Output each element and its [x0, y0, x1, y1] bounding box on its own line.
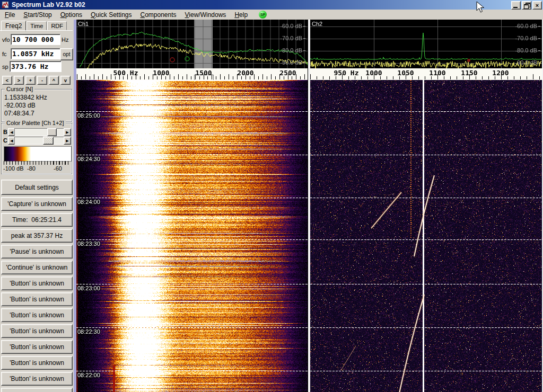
minimize-icon — [513, 7, 518, 8]
menu-quick-settings[interactable]: Quick Settings — [87, 11, 135, 19]
nav-button-2[interactable]: + — [25, 76, 36, 85]
db-label: -80.0 dB — [515, 48, 540, 54]
freq-tick-label: 950 Hz — [334, 69, 359, 77]
titlebar-buttons: × — [511, 1, 542, 10]
freq-tick-label: 1100 — [429, 69, 445, 77]
titlebar: Spectrum Lab V2.92 b02 × — [0, 0, 543, 10]
window-title: Spectrum Lab V2.92 b02 — [12, 1, 85, 9]
brightness-right-arrow[interactable]: ▶ — [64, 128, 71, 136]
sidebar-button-column: Default settings'Capture' is unknownTime… — [1, 180, 73, 392]
sidebar: Freq2TimeRDF vfo Hz fc opt sp <>+-^v Cur… — [0, 20, 74, 392]
prog-2-button[interactable]: 'Button' is unknown — [1, 292, 73, 306]
minimize-button[interactable] — [511, 1, 521, 10]
freq-tick-label: 1200 — [492, 69, 509, 77]
ch2-label: Ch2 — [312, 21, 322, 27]
prog-6-button[interactable]: 'Button' is unknown — [1, 356, 73, 370]
menu-start-stop[interactable]: Start/Stop — [20, 11, 55, 19]
continue-button[interactable]: 'Continue' is unknown — [1, 261, 73, 274]
freq-tick-label: 1500 — [195, 69, 212, 77]
db-label: -70.0 dB — [280, 35, 305, 41]
fc-input[interactable] — [11, 48, 60, 59]
cursor-frequency-readout: 1.1533842 kHz — [4, 94, 47, 101]
ch1-label: Ch1 — [78, 21, 89, 27]
db-label: -60.0 dB — [515, 23, 540, 29]
palette-scale-label-0: -100 dB — [3, 165, 24, 172]
freq-tick-label: 500 Hz — [113, 69, 138, 77]
contrast-right-arrow[interactable]: ▶ — [64, 137, 71, 145]
contrast-slider-thumb[interactable] — [43, 137, 54, 145]
ch2-frequency-scale[interactable]: 950 Hz10001050110011501200 — [310, 68, 542, 80]
opt-button[interactable]: opt — [60, 48, 73, 60]
tab-freq2[interactable]: Freq2 — [1, 21, 26, 31]
db-label: -70.0 dB — [515, 35, 540, 41]
nav-buttons: <>+-^v — [2, 76, 71, 85]
waterfall-time-label: 08:24:00 — [77, 199, 100, 205]
time-button[interactable]: Time: 06:25:21.4 — [1, 213, 73, 227]
cursor-level-readout: -92.003 dB — [4, 102, 36, 109]
db-label: -60.0 dB — [280, 23, 305, 29]
sp-input[interactable] — [10, 61, 62, 72]
waterfall-time-label: 08:22:00 — [77, 372, 100, 378]
freq-tick-label: 2000 — [237, 69, 253, 77]
prog-1-button[interactable]: 'Button' is unknown — [1, 277, 73, 290]
prog-4-button[interactable]: 'Button' is unknown — [1, 324, 73, 338]
waterfall-time-label: 08:23:00 — [77, 285, 100, 291]
nav-button-0[interactable]: < — [2, 76, 12, 85]
vfo-label: vfo — [2, 37, 10, 43]
db-label: -90.0 dB — [515, 60, 540, 66]
ch1-frequency-scale[interactable]: 500 Hz1000150020002500 — [76, 68, 308, 80]
freq-tick-label: 1150 — [461, 69, 477, 77]
tab-rdf[interactable]: RDF — [47, 21, 67, 30]
menu-options[interactable]: Options — [57, 11, 86, 19]
waterfall-time-label: 08:23:30 — [77, 240, 100, 247]
palette-scale-label-2: -60 — [54, 165, 62, 172]
vfo-input[interactable] — [11, 34, 60, 45]
nav-button-1[interactable]: > — [14, 76, 24, 85]
menu-help[interactable]: Help — [231, 11, 251, 19]
nav-button-3[interactable]: - — [37, 76, 47, 85]
freq-tick-label: 2500 — [279, 69, 296, 77]
db-label: -90.0 dB — [280, 60, 305, 66]
fc-label: fc — [2, 51, 7, 57]
nav-button-5[interactable]: v — [60, 76, 71, 85]
menu-view-windows[interactable]: View/Windows — [181, 11, 230, 19]
freq-tick-label: 1050 — [397, 69, 414, 77]
mouse-pointer — [476, 1, 486, 14]
brightness-slider-thumb[interactable] — [47, 128, 57, 136]
pause-button[interactable]: 'Pause' is unknown — [1, 245, 73, 259]
prog-8-button[interactable]: 'Button' is unknown — [1, 388, 73, 392]
tab-time[interactable]: Time — [27, 21, 47, 30]
waterfall-time-label: 08:25:00 — [77, 112, 100, 119]
brightness-slider-label: B — [3, 129, 7, 135]
palette-scale-labels: -100 dB-80-60 — [2, 165, 72, 173]
menubar: FileStart/StopOptionsQuick SettingsCompo… — [0, 10, 543, 20]
freq-tick-label: 1000 — [153, 69, 169, 77]
ch2-db-axis: -60.0 dB-70.0 dB-80.0 dB-90.0 dB — [310, 20, 542, 68]
nav-button-4[interactable]: ^ — [49, 76, 59, 85]
contrast-slider-label: C — [3, 137, 7, 144]
contrast-slider-track[interactable] — [14, 137, 64, 145]
tab-row: Freq2TimeRDF — [1, 21, 67, 31]
cursor-group-title: Cursor [N] — [5, 86, 34, 92]
close-button[interactable]: × — [532, 1, 542, 10]
capture-button[interactable]: 'Capture' is unknown — [1, 197, 73, 211]
close-icon: × — [536, 2, 539, 8]
menu-components[interactable]: Components — [137, 11, 180, 19]
prog-7-button[interactable]: 'Button' is unknown — [1, 372, 73, 386]
peak-button[interactable]: peak at 357.37 Hz — [1, 229, 73, 243]
restore-button[interactable] — [522, 1, 531, 10]
palette-scale-label-1: -80 — [27, 165, 36, 172]
waterfall-time-label: 08:22:30 — [77, 328, 100, 335]
db-label: -80.0 dB — [280, 48, 305, 54]
app-icon — [2, 1, 10, 8]
prog-5-button[interactable]: 'Button' is unknown — [1, 340, 73, 354]
menu-file[interactable]: File — [1, 11, 19, 19]
vfo-unit: Hz — [62, 37, 68, 43]
prog-3-button[interactable]: 'Button' is unknown — [1, 308, 73, 322]
palette-group-title: Color Palette [Ch 1+2] — [5, 120, 66, 126]
cursor-group: Cursor [N] 1.1533842 kHz -92.003 dB 07:4… — [1, 89, 72, 122]
default-settings-button[interactable]: Default settings — [1, 180, 73, 195]
ch2-waterfall-canvas[interactable] — [310, 80, 542, 392]
waterfall-time-axis: 08:25:0008:24:3008:24:0008:23:3008:23:00… — [76, 80, 308, 392]
status-led-icon[interactable]: SP — [259, 11, 267, 19]
